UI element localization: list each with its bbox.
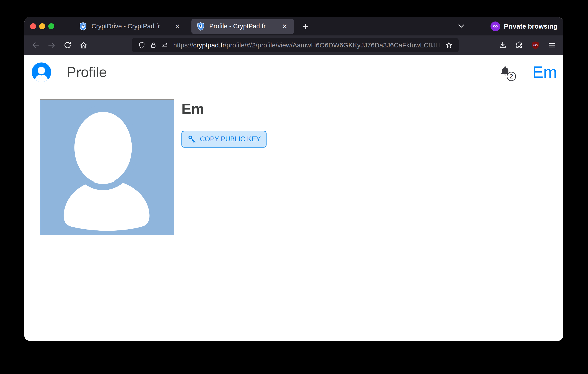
new-tab-button[interactable]: + <box>300 21 311 32</box>
svg-text:uO: uO <box>533 43 538 47</box>
profile-app-icon <box>32 62 51 82</box>
chevron-down-icon <box>457 21 466 31</box>
menu-hamburger-button[interactable] <box>546 39 558 52</box>
profile-name: Em <box>181 102 266 116</box>
private-browsing-label: Private browsing <box>504 23 557 30</box>
forward-button[interactable] <box>45 39 58 52</box>
copy-public-key-label: COPY PUBLIC KEY <box>200 135 261 143</box>
url-scheme: https:// <box>173 42 193 49</box>
downloads-button[interactable] <box>496 39 509 52</box>
cryptpad-favicon-icon <box>79 22 87 31</box>
tab-profile[interactable]: Profile - CryptPad.fr × <box>191 19 294 34</box>
browser-window: CryptDrive - CryptPad.fr × Profile - Cry… <box>24 17 563 341</box>
profile-section: Em COPY PUBLIC KEY <box>40 99 266 235</box>
navigation-toolbar: https://cryptpad.fr/profile/#/2/profile/… <box>24 35 563 55</box>
ublock-origin-button[interactable]: uO <box>529 39 542 52</box>
tab-bar: CryptDrive - CryptPad.fr × Profile - Cry… <box>24 17 563 35</box>
tab-cryptdrive[interactable]: CryptDrive - CryptPad.fr × <box>74 19 187 34</box>
screenshot-canvas: CryptDrive - CryptPad.fr × Profile - Cry… <box>0 0 588 374</box>
tab-overflow-button[interactable] <box>455 20 467 32</box>
tab-title: Profile - CryptPad.fr <box>209 23 266 30</box>
private-browsing-icon: ∞ <box>491 21 500 31</box>
cryptpad-favicon-icon <box>196 22 205 31</box>
tab-close-icon[interactable]: × <box>280 22 289 31</box>
window-controls <box>30 23 54 29</box>
home-button[interactable] <box>77 39 90 52</box>
bookmark-star-icon[interactable] <box>443 40 455 51</box>
tab-close-icon[interactable]: × <box>173 22 182 31</box>
page-title: Profile <box>67 64 107 80</box>
extensions-puzzle-button[interactable] <box>513 39 525 52</box>
close-window-button[interactable] <box>30 23 36 29</box>
username-link[interactable]: Em <box>532 64 557 80</box>
cryptpad-profile-page: Profile 2 Em <box>24 55 563 341</box>
back-button[interactable] <box>29 39 42 52</box>
url-domain: cryptpad.fr <box>193 42 225 49</box>
url-text: https://cryptpad.fr/profile/#/2/profile/… <box>173 41 441 50</box>
toolbar-right-buttons: uO <box>496 39 558 52</box>
url-bar[interactable]: https://cryptpad.fr/profile/#/2/profile/… <box>132 38 459 52</box>
url-fade-overlay <box>426 41 441 50</box>
page-header: Profile 2 Em <box>32 62 557 83</box>
minimize-window-button[interactable] <box>39 23 45 29</box>
zoom-window-button[interactable] <box>48 23 54 29</box>
notification-count-badge: 2 <box>507 72 516 81</box>
notifications-bell-button[interactable]: 2 <box>500 64 513 80</box>
url-path: /profile/#/2/profile/view/AamwH6O6DW6GKK… <box>225 42 441 49</box>
key-icon <box>188 135 197 144</box>
permissions-settings-icon[interactable] <box>159 40 171 51</box>
tracking-protection-shield-icon[interactable] <box>136 40 147 51</box>
tab-title: CryptDrive - CryptPad.fr <box>92 23 160 30</box>
profile-details: Em COPY PUBLIC KEY <box>181 99 266 147</box>
private-browsing-indicator: ∞ Private browsing <box>491 21 557 31</box>
avatar-image <box>40 99 174 235</box>
reload-button[interactable] <box>61 39 74 52</box>
connection-secure-lock-icon[interactable] <box>147 40 159 51</box>
copy-public-key-button[interactable]: COPY PUBLIC KEY <box>181 131 266 147</box>
